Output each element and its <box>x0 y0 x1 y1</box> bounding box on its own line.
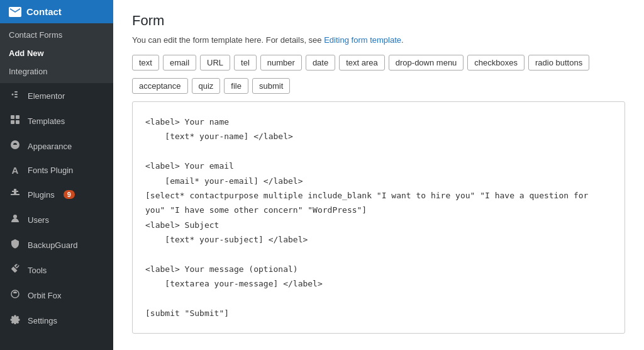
tag-btn-submit[interactable]: submit <box>252 78 290 94</box>
sidebar-item-fonts-plugin[interactable]: A Fonts Plugin <box>0 159 113 182</box>
page-title: Form <box>132 13 625 29</box>
tag-btn-number[interactable]: number <box>260 55 302 71</box>
svg-rect-7 <box>16 120 19 124</box>
sidebar-label-settings: Settings <box>28 316 57 325</box>
tools-icon <box>9 264 21 276</box>
tag-btn-acceptance[interactable]: acceptance <box>132 78 188 94</box>
sidebar: Contact Contact Forms Add New Integratio… <box>0 0 113 350</box>
appearance-icon <box>9 140 21 152</box>
tag-btn-url[interactable]: URL <box>200 55 230 71</box>
sidebar-label-elementor: Elementor <box>28 91 65 101</box>
plugins-badge: 9 <box>64 190 75 199</box>
sidebar-label-users: Users <box>28 215 49 225</box>
sidebar-item-backupguard[interactable]: BackupGuard <box>0 232 113 257</box>
sidebar-item-tools[interactable]: Tools <box>0 257 113 283</box>
sidebar-item-users[interactable]: Users <box>0 207 113 232</box>
sidebar-header-title: Contact <box>26 6 62 17</box>
svg-point-8 <box>13 215 17 218</box>
sidebar-item-settings[interactable]: Settings <box>0 308 113 333</box>
fonts-icon: A <box>9 165 21 176</box>
editing-form-template-link[interactable]: Editing form template <box>324 35 401 45</box>
sidebar-label-templates: Templates <box>28 116 65 126</box>
svg-rect-3 <box>14 96 18 98</box>
sidebar-label-fonts-plugin: Fonts Plugin <box>28 166 73 175</box>
plugins-icon <box>9 188 21 201</box>
svg-rect-6 <box>11 120 14 124</box>
shield-icon <box>9 239 21 251</box>
sidebar-header[interactable]: Contact <box>0 0 113 23</box>
svg-point-0 <box>12 94 14 96</box>
tag-btn-text[interactable]: text <box>132 55 159 71</box>
sidebar-item-integration[interactable]: Integration <box>0 62 113 81</box>
tag-btn-tel[interactable]: tel <box>234 55 257 71</box>
form-editor[interactable]: <label> Your name [text* your-name] </la… <box>132 101 625 334</box>
sidebar-submenu: Contact Forms Add New Integration <box>0 23 113 83</box>
tag-btn-date[interactable]: date <box>306 55 335 71</box>
fox-icon <box>9 289 21 302</box>
svg-rect-2 <box>14 94 18 95</box>
sidebar-label-plugins: Plugins <box>28 190 55 200</box>
users-icon <box>9 213 21 226</box>
tag-btn-radio[interactable]: radio buttons <box>528 55 589 71</box>
sidebar-item-templates[interactable]: Templates <box>0 108 113 133</box>
form-description: You can edit the form template here. For… <box>132 35 625 45</box>
svg-rect-5 <box>16 115 19 119</box>
sidebar-label-backupguard: BackupGuard <box>28 240 78 250</box>
tag-btn-file[interactable]: file <box>224 78 248 94</box>
mail-icon <box>9 7 21 17</box>
tag-btn-email[interactable]: email <box>163 55 196 71</box>
tag-btn-quiz[interactable]: quiz <box>192 78 221 94</box>
sidebar-label-tools: Tools <box>28 266 47 275</box>
svg-point-9 <box>11 290 19 298</box>
sidebar-item-elementor[interactable]: Elementor <box>0 83 113 108</box>
svg-rect-1 <box>14 91 18 93</box>
svg-rect-4 <box>11 115 14 119</box>
sidebar-item-add-new[interactable]: Add New <box>0 44 113 62</box>
sidebar-item-contact-forms[interactable]: Contact Forms <box>0 26 113 44</box>
tag-buttons-row: text email URL tel number date text area… <box>132 55 625 71</box>
sidebar-label-orbit-fox: Orbit Fox <box>28 291 61 300</box>
templates-icon <box>9 115 21 127</box>
sidebar-item-orbit-fox[interactable]: Orbit Fox <box>0 283 113 308</box>
tag-btn-checkboxes[interactable]: checkboxes <box>467 55 525 71</box>
tag-btn-dropdown[interactable]: drop-down menu <box>389 55 464 71</box>
elementor-icon <box>9 89 21 102</box>
sidebar-item-appearance[interactable]: Appearance <box>0 133 113 159</box>
main-content: Form You can edit the form template here… <box>113 0 644 350</box>
gear-icon <box>9 314 21 327</box>
sidebar-label-appearance: Appearance <box>28 142 72 151</box>
tag-btn-textarea[interactable]: text area <box>339 55 385 71</box>
tag-buttons-row-2: acceptance quiz file submit <box>132 78 625 94</box>
sidebar-item-plugins[interactable]: Plugins 9 <box>0 182 113 207</box>
